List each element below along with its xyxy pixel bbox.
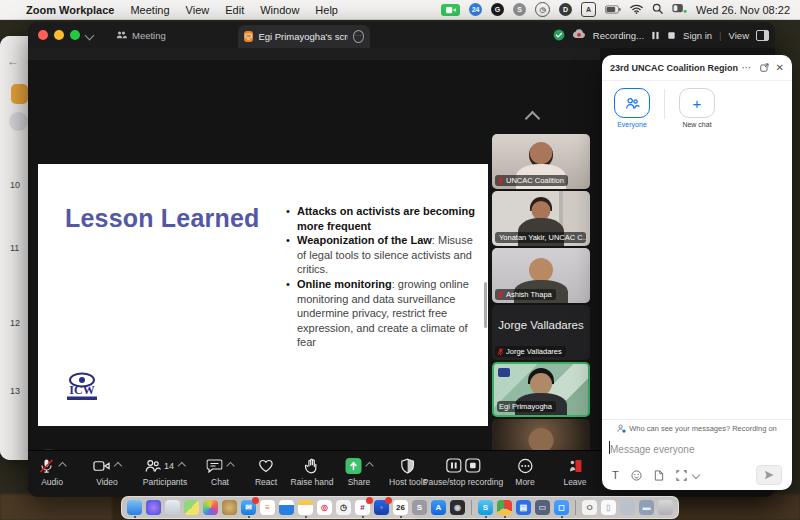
touch-id-dock-icon[interactable]: ◉: [450, 500, 465, 515]
wallet-dock-icon[interactable]: [222, 500, 237, 515]
scroll-participants-up-button[interactable]: [526, 110, 538, 122]
dock-running-indicator: [485, 516, 487, 518]
battery-icon[interactable]: [605, 4, 621, 16]
view-layout-icon[interactable]: [756, 30, 769, 41]
menu-window[interactable]: Window: [260, 4, 299, 16]
camera-active-status-icon[interactable]: [441, 4, 460, 16]
participant-tile[interactable]: UNCAC Coalition: [492, 134, 590, 189]
status-blue-app-icon[interactable]: 24: [469, 3, 482, 16]
menu-view[interactable]: View: [186, 4, 210, 16]
view-button[interactable]: View: [729, 30, 749, 41]
skype-dock-icon[interactable]: S: [478, 500, 493, 515]
slack-dock-icon[interactable]: #: [355, 500, 370, 515]
back-arrow-icon: ←: [7, 54, 19, 68]
remote-desktop-dock-icon[interactable]: ▭: [535, 500, 550, 515]
docs-dock-icon[interactable]: ▤: [516, 500, 531, 515]
menu-edit[interactable]: Edit: [225, 4, 244, 16]
sign-in-button[interactable]: Sign in: [683, 30, 712, 41]
tab-meeting[interactable]: Meeting: [116, 22, 166, 48]
send-message-button[interactable]: [756, 465, 782, 485]
status-g-app-icon[interactable]: G: [491, 3, 504, 16]
app-store-dock-icon[interactable]: A: [431, 500, 446, 515]
participant-tile-active-speaker[interactable]: Egi Primayogha: [492, 362, 590, 417]
participant-tile[interactable]: Yonatan Yakir, UNCAC C...: [492, 191, 590, 246]
meeting-tab-icon: [116, 30, 127, 40]
maps-dock-icon[interactable]: [184, 500, 199, 515]
video-button[interactable]: Video: [93, 457, 121, 487]
wifi-icon[interactable]: [630, 4, 643, 16]
launchpad-dock-icon[interactable]: [165, 500, 180, 515]
window-a-dock-icon[interactable]: [620, 500, 635, 515]
1password-dock-icon[interactable]: ◦: [374, 500, 389, 515]
more-ellipsis-icon: [517, 458, 533, 474]
fullscreen-window-button[interactable]: [70, 30, 80, 40]
window-b-dock-icon[interactable]: ▬: [639, 500, 654, 515]
video-options-chevron[interactable]: [114, 461, 122, 469]
menu-meeting[interactable]: Meeting: [130, 4, 169, 16]
menubar-clock[interactable]: Wed 26. Nov 08:22: [696, 4, 790, 16]
pause-recording-icon[interactable]: [651, 31, 660, 40]
chat-tab-everyone[interactable]: Everyone: [614, 88, 650, 128]
zoom-app-dock-icon[interactable]: ◻: [554, 500, 569, 515]
chat-more-options-icon[interactable]: ⋯: [742, 65, 753, 71]
react-button[interactable]: React: [255, 457, 277, 487]
o-ring-dock-icon[interactable]: O: [582, 500, 597, 515]
stop-recording-icon[interactable]: [667, 31, 676, 40]
clock-dock-icon[interactable]: ◷: [336, 500, 351, 515]
reminders-dock-icon[interactable]: ≡: [260, 500, 275, 515]
mail-dock-icon[interactable]: ✉: [241, 500, 256, 515]
fast-user-switching-icon[interactable]: [672, 3, 687, 16]
document-dock-icon[interactable]: ▯: [601, 500, 616, 515]
screenshot-options-chevron[interactable]: [691, 471, 699, 479]
slide-scrollbar[interactable]: [484, 282, 487, 328]
siri-dock-icon[interactable]: [146, 500, 161, 515]
keyboard-layout-icon[interactable]: A: [581, 2, 596, 17]
pause-stop-recording-button[interactable]: Pause/stop recording: [423, 457, 503, 487]
chat-options-chevron[interactable]: [226, 461, 234, 469]
raise-hand-button[interactable]: Raise hand: [290, 457, 333, 487]
more-button[interactable]: More: [515, 457, 534, 487]
chat-footer: Who can see your messages? Recording on …: [602, 419, 792, 490]
leave-button[interactable]: Leave: [563, 457, 586, 487]
spotlight-search-icon[interactable]: [652, 3, 663, 16]
close-chat-icon[interactable]: ✕: [776, 62, 784, 73]
notes-dock-icon[interactable]: [298, 500, 313, 515]
menu-help[interactable]: Help: [315, 4, 338, 16]
shortcuts-dock-icon[interactable]: S: [412, 500, 427, 515]
message-input[interactable]: [602, 436, 792, 462]
screenshot-icon[interactable]: [676, 470, 687, 481]
pop-out-icon[interactable]: [760, 63, 769, 72]
close-window-button[interactable]: [38, 30, 48, 40]
participants-button[interactable]: 14 Participants: [143, 457, 187, 487]
attach-file-icon[interactable]: [654, 470, 664, 481]
calendar-dock-icon[interactable]: 26: [393, 500, 408, 515]
tab-options-icon[interactable]: ⋯: [353, 30, 364, 43]
chrome-dock-icon[interactable]: •: [497, 500, 512, 515]
keynote-dock-icon[interactable]: [279, 500, 294, 515]
audio-button[interactable]: Audio: [39, 457, 66, 487]
status-clock-icon[interactable]: ◷: [535, 2, 550, 17]
share-options-chevron[interactable]: [365, 461, 373, 469]
menubar-app-name[interactable]: Zoom Workplace: [26, 4, 114, 16]
tab-shared-screen[interactable]: Egi Primayogha's screen ⋯: [238, 25, 370, 48]
window-chevron-icon[interactable]: [85, 31, 95, 41]
format-text-icon[interactable]: T: [612, 469, 619, 481]
status-s-app-icon[interactable]: S: [513, 3, 526, 16]
fitness-dock-icon[interactable]: ◎: [317, 500, 332, 515]
finder-dock-icon[interactable]: [127, 500, 142, 515]
status-d-app-icon[interactable]: D: [559, 3, 572, 16]
stop-recording-toolbar-icon[interactable]: [464, 458, 480, 473]
audio-options-chevron[interactable]: [58, 461, 66, 469]
share-screen-button[interactable]: Share: [346, 457, 373, 487]
pause-recording-toolbar-icon[interactable]: [445, 458, 461, 473]
photos-dock-icon[interactable]: [203, 500, 218, 515]
chat-tab-new-chat[interactable]: + New chat: [679, 88, 715, 128]
minimize-window-button[interactable]: [54, 30, 64, 40]
participants-options-chevron[interactable]: [178, 461, 186, 469]
host-tools-button[interactable]: Host tools: [389, 457, 427, 487]
chat-button[interactable]: Chat: [207, 457, 234, 487]
participant-tile[interactable]: Ashish Thapa: [492, 248, 590, 303]
trash-dock-icon[interactable]: [658, 500, 673, 515]
emoji-icon[interactable]: [631, 470, 642, 481]
participant-tile[interactable]: Jorge Valladares Jorge Valladares: [492, 305, 590, 360]
